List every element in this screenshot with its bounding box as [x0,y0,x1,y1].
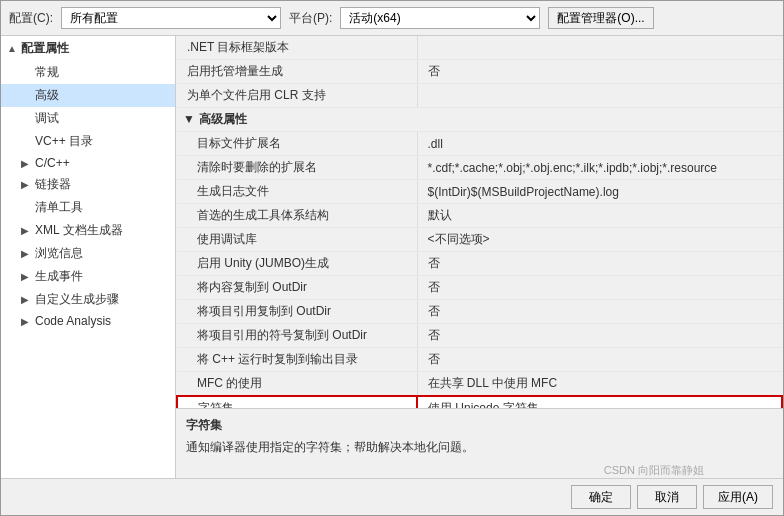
sidebar-item-label-linker: 链接器 [35,176,71,193]
table-row: 将项目引用的符号复制到 OutDir否 [177,324,782,348]
sidebar-item-label-browser: 浏览信息 [35,245,83,262]
prop-name-cell: 生成日志文件 [177,180,417,204]
linker-arrow-icon: ▶ [21,179,31,190]
sidebar-item-browser[interactable]: ▶浏览信息 [1,242,175,265]
sidebar-item-linker[interactable]: ▶链接器 [1,173,175,196]
section-header-cell: ▼高级属性 [177,108,782,132]
sidebar-item-label-cpp: C/C++ [35,156,70,170]
codeanalysis-arrow-icon: ▶ [21,316,31,327]
table-row: 生成日志文件$(IntDir)$(MSBuildProjectName).log [177,180,782,204]
config-manager-button[interactable]: 配置管理器(O)... [548,7,653,29]
table-row: 首选的生成工具体系结构默认 [177,204,782,228]
prop-name-cell: 启用托管增量生成 [177,60,417,84]
prop-name-cell: 将 C++ 运行时复制到输出目录 [177,348,417,372]
sidebar-item-vcpp[interactable]: VC++ 目录 [1,130,175,153]
platform-label: 平台(P): [289,10,332,27]
sidebar-item-events[interactable]: ▶生成事件 [1,265,175,288]
xml-arrow-icon: ▶ [21,225,31,236]
prop-name-cell: 首选的生成工具体系结构 [177,204,417,228]
events-arrow-icon: ▶ [21,271,31,282]
sidebar-item-custom[interactable]: ▶自定义生成步骤 [1,288,175,311]
table-row: 将内容复制到 OutDir否 [177,276,782,300]
prop-value-cell[interactable]: $(IntDir)$(MSBuildProjectName).log [417,180,782,204]
props-table: .NET 目标框架版本启用托管增量生成否为单个文件启用 CLR 支持▼高级属性目… [176,36,783,408]
sidebar-item-label-debug: 调试 [35,110,59,127]
table-row: 使用调试库<不同选项> [177,228,782,252]
props-table-container[interactable]: .NET 目标框架版本启用托管增量生成否为单个文件启用 CLR 支持▼高级属性目… [176,36,783,408]
sidebar-item-debug[interactable]: 调试 [1,107,175,130]
prop-value-cell[interactable]: 使用 Unicode 字符集 [417,396,782,408]
sidebar-item-label-events: 生成事件 [35,268,83,285]
prop-value-cell[interactable] [417,36,782,60]
cpp-arrow-icon: ▶ [21,158,31,169]
table-row: 目标文件扩展名.dll [177,132,782,156]
table-row: 字符集使用 Unicode 字符集 [177,396,782,408]
prop-name-cell: 启用 Unity (JUMBO)生成 [177,252,417,276]
prop-value-cell[interactable]: *.cdf;*.cache;*.obj;*.obj.enc;*.ilk;*.ip… [417,156,782,180]
ok-button[interactable]: 确定 [571,485,631,509]
prop-value-cell[interactable]: 否 [417,60,782,84]
prop-value-cell[interactable]: <不同选项> [417,228,782,252]
apply-button[interactable]: 应用(A) [703,485,773,509]
cancel-button[interactable]: 取消 [637,485,697,509]
prop-name-cell: 为单个文件启用 CLR 支持 [177,84,417,108]
prop-value-cell[interactable] [417,84,782,108]
browser-arrow-icon: ▶ [21,248,31,259]
sidebar-item-label-advanced: 高级 [35,87,59,104]
prop-name-cell: 清除时要删除的扩展名 [177,156,417,180]
description-title: 字符集 [186,417,773,434]
sidebar-item-label-general: 常规 [35,64,59,81]
table-row: 清除时要删除的扩展名*.cdf;*.cache;*.obj;*.obj.enc;… [177,156,782,180]
sidebar-item-label-xml: XML 文档生成器 [35,222,123,239]
sidebar-tree: ▲ 配置属性 常规高级调试VC++ 目录▶C/C++▶链接器清单工具▶XML 文… [1,36,176,478]
sidebar-items: 常规高级调试VC++ 目录▶C/C++▶链接器清单工具▶XML 文档生成器▶浏览… [1,61,175,331]
section-header-row[interactable]: ▼高级属性 [177,108,782,132]
sidebar-item-label-custom: 自定义生成步骤 [35,291,119,308]
table-row: 为单个文件启用 CLR 支持 [177,84,782,108]
config-label: 配置(C): [9,10,53,27]
prop-value-cell[interactable]: 默认 [417,204,782,228]
prop-name-cell: .NET 目标框架版本 [177,36,417,60]
prop-name-cell: 目标文件扩展名 [177,132,417,156]
bottom-bar: CSDN 向阳而靠静姐 确定 取消 应用(A) [1,478,783,515]
prop-name-cell: MFC 的使用 [177,372,417,397]
prop-value-cell[interactable]: 否 [417,252,782,276]
sidebar-item-label-codeanalysis: Code Analysis [35,314,111,328]
table-row: 启用托管增量生成否 [177,60,782,84]
root-arrow-icon: ▲ [7,43,17,54]
properties-dialog: 配置(C): 所有配置 平台(P): 活动(x64) 配置管理器(O)... ▲… [0,0,784,516]
prop-value-cell[interactable]: 在共享 DLL 中使用 MFC [417,372,782,397]
prop-name-cell: 使用调试库 [177,228,417,252]
sidebar-root-label: 配置属性 [21,40,69,57]
toolbar: 配置(C): 所有配置 平台(P): 活动(x64) 配置管理器(O)... [1,1,783,36]
props-tbody: .NET 目标框架版本启用托管增量生成否为单个文件启用 CLR 支持▼高级属性目… [177,36,782,408]
prop-name-cell: 将内容复制到 OutDir [177,276,417,300]
sidebar-root[interactable]: ▲ 配置属性 [1,36,175,61]
table-row: 将 C++ 运行时复制到输出目录否 [177,348,782,372]
platform-select[interactable]: 活动(x64) [340,7,540,29]
config-select[interactable]: 所有配置 [61,7,281,29]
sidebar-item-label-manifest: 清单工具 [35,199,83,216]
sidebar-item-advanced[interactable]: 高级 [1,84,175,107]
sidebar-item-cpp[interactable]: ▶C/C++ [1,153,175,173]
custom-arrow-icon: ▶ [21,294,31,305]
watermark: CSDN 向阳而靠静姐 [604,463,704,478]
prop-name-cell: 将项目引用的符号复制到 OutDir [177,324,417,348]
main-content: ▲ 配置属性 常规高级调试VC++ 目录▶C/C++▶链接器清单工具▶XML 文… [1,36,783,478]
table-row: .NET 目标框架版本 [177,36,782,60]
prop-value-cell[interactable]: 否 [417,300,782,324]
sidebar-item-label-vcpp: VC++ 目录 [35,133,93,150]
sidebar-item-codeanalysis[interactable]: ▶Code Analysis [1,311,175,331]
prop-value-cell[interactable]: .dll [417,132,782,156]
section-collapse-icon: ▼ [183,112,195,126]
sidebar-item-general[interactable]: 常规 [1,61,175,84]
table-row: 将项目引用复制到 OutDir否 [177,300,782,324]
sidebar-item-manifest[interactable]: 清单工具 [1,196,175,219]
table-row: 启用 Unity (JUMBO)生成否 [177,252,782,276]
prop-name-cell: 字符集 [177,396,417,408]
prop-name-cell: 将项目引用复制到 OutDir [177,300,417,324]
prop-value-cell[interactable]: 否 [417,348,782,372]
prop-value-cell[interactable]: 否 [417,324,782,348]
sidebar-item-xml[interactable]: ▶XML 文档生成器 [1,219,175,242]
prop-value-cell[interactable]: 否 [417,276,782,300]
